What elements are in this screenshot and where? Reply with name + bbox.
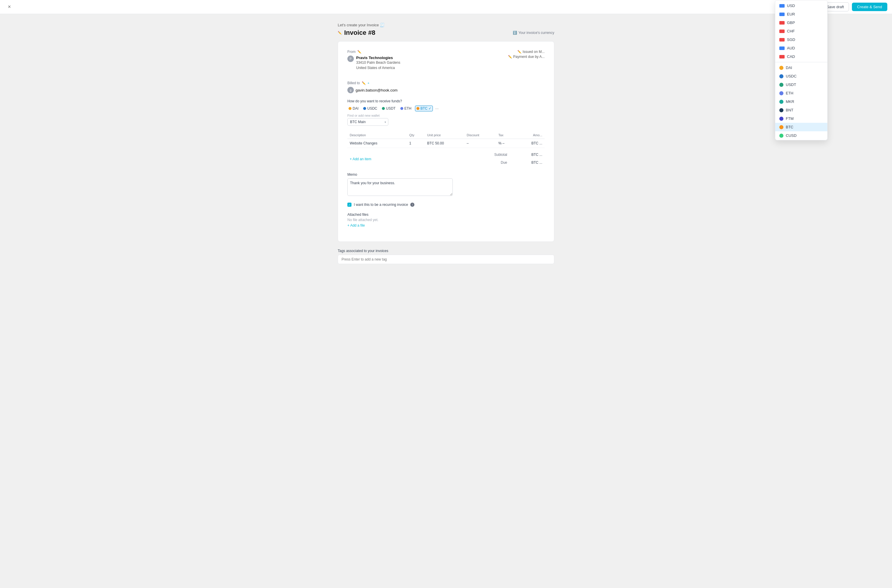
due-label: Due — [501, 160, 507, 165]
wallet-select-wrapper: BTC Main ▾ — [347, 118, 388, 126]
from-section: From ✏️ P Pravis Technologies 33410 Palm… — [347, 50, 400, 70]
table-row: Website Changes 1 BTC 50.00 – % – BTC ..… — [347, 139, 545, 148]
tab-USDC[interactable]: USDC — [362, 106, 378, 111]
company-address-2: United States of America — [356, 65, 400, 70]
recurring-info-icon[interactable]: i — [410, 202, 414, 207]
info-circle-icon: ℹ️ — [513, 31, 517, 35]
no-files-text: No file attached yet. — [347, 218, 545, 222]
issued-on-text: Issued on M... — [523, 50, 545, 54]
btc-dot — [417, 107, 420, 110]
pencil-due-icon[interactable]: ✏️ — [508, 55, 512, 59]
pencil-issued-icon[interactable]: ✏️ — [517, 50, 522, 54]
tab-ETH[interactable]: ETH — [399, 106, 413, 111]
currency-item-CAD[interactable]: CAD — [775, 52, 827, 61]
tags-section: Tags associated to your invoices — [338, 249, 554, 264]
company-avatar: P — [347, 56, 354, 62]
add-file-button[interactable]: + Add a file — [347, 224, 365, 228]
billed-edit-icon[interactable]: ✏️ — [362, 81, 366, 85]
recurring-row: ✓ I want this to be a recurring invoice … — [347, 202, 545, 207]
billed-email-row: g gavin.batson@hook.com — [347, 87, 545, 93]
recurring-checkbox[interactable]: ✓ — [347, 202, 352, 207]
subtotal-row: Subtotal BTC ... — [492, 152, 545, 158]
usdc-dot — [363, 107, 366, 110]
receive-funds-label: How do you want to receive funds? — [347, 99, 545, 103]
currency-item-FTM[interactable]: FTM — [775, 114, 827, 123]
wallet-select[interactable]: BTC Main — [347, 118, 388, 126]
payment-due-text: Payment due by A... — [513, 55, 545, 59]
due-row: Due BTC ... — [498, 159, 545, 166]
attached-files-section: Attached files No file attached yet. + A… — [347, 213, 545, 228]
item-unit-price: BTC 50.00 — [425, 139, 465, 148]
more-currencies-btn[interactable]: ··· — [435, 106, 439, 111]
currency-item-BNT[interactable]: BNT — [775, 106, 827, 114]
currency-item-REQ[interactable]: REQ — [775, 140, 827, 140]
company-address-1: 33410 Palm Beach Gardens — [356, 60, 400, 65]
from-edit-icon[interactable]: ✏️ — [357, 50, 361, 54]
billed-email-text: gavin.batson@hook.com — [356, 88, 397, 92]
invoice-card: From ✏️ P Pravis Technologies 33410 Palm… — [338, 41, 554, 242]
currency-item-AUD[interactable]: AUD — [775, 44, 827, 52]
add-item-button[interactable]: + Add an item — [347, 156, 374, 162]
item-amount: BTC ... — [516, 139, 545, 148]
item-tax: % – — [496, 139, 516, 148]
eth-dot — [400, 107, 403, 110]
currency-item-DAI[interactable]: DAI — [775, 63, 827, 72]
tags-label: Tags associated to your invoices — [338, 249, 554, 253]
receive-funds-section: How do you want to receive funds? DAI US… — [347, 99, 545, 126]
col-unit-price: Unit price — [425, 132, 465, 139]
currency-item-BTC[interactable]: BTC — [775, 123, 827, 131]
close-button[interactable]: × — [5, 2, 14, 12]
invoice-title: ✏️ Invoice #8 — [338, 29, 375, 36]
invoice-title-text: Invoice #8 — [344, 29, 375, 36]
dai-dot — [349, 107, 352, 110]
currency-item-CUSD[interactable]: CUSD — [775, 131, 827, 140]
memo-textarea[interactable]: Thank you for your business. — [347, 178, 453, 196]
tab-BTC[interactable]: BTC ✓ — [415, 105, 433, 111]
currency-item-EUR[interactable]: EUR — [775, 10, 827, 18]
memo-section: Memo Thank you for your business. — [347, 172, 545, 197]
attached-files-label: Attached files — [347, 213, 545, 217]
currency-item-GBP[interactable]: GBP — [775, 18, 827, 27]
col-tax: Tax — [496, 132, 516, 139]
dates-column: ✏️ Issued on M... ✏️ Payment due by A... — [508, 50, 545, 75]
from-label: From ✏️ — [347, 50, 400, 54]
currency-item-ETH[interactable]: ETH — [775, 89, 827, 98]
item-description: Website Changes — [347, 139, 407, 148]
wallet-label: Find or add new wallet — [347, 114, 545, 117]
recurring-label: I want this to be a recurring invoice — [354, 202, 408, 207]
item-qty: 1 — [407, 139, 425, 148]
billed-avatar: g — [347, 87, 354, 93]
memo-label: Memo — [347, 172, 545, 177]
currency-hint: ℹ️ Your invoice's currency — [513, 31, 554, 35]
usdt-dot — [382, 107, 385, 110]
currency-item-USDC[interactable]: USDC — [775, 72, 827, 80]
currency-item-USD[interactable]: USD — [775, 2, 827, 10]
currency-tabs: DAI USDC USDT ETH — [347, 105, 545, 111]
invoice-container: Let's create your Invoice 🧾 ✏️ Invoice #… — [338, 23, 554, 570]
subtotal-value: BTC ... — [519, 153, 542, 157]
invoice-title-row: ✏️ Invoice #8 ℹ️ Your invoice's currency — [338, 29, 554, 36]
main-content: Let's create your Invoice 🧾 ✏️ Invoice #… — [0, 14, 892, 588]
due-value: BTC ... — [519, 160, 542, 165]
billed-add-icon[interactable]: + — [367, 81, 369, 85]
company-name: Pravis Technologies — [356, 56, 400, 60]
tab-USDT[interactable]: USDT — [381, 106, 397, 111]
pencil-icon[interactable]: ✏️ — [338, 31, 342, 35]
header-actions: Save draft Create & Send — [821, 2, 887, 11]
col-amount: Amo... — [516, 132, 545, 139]
currency-dropdown: USDEURGBPCHFSGDAUDCADDAIUSDCUSDTETHMKRBN… — [775, 0, 827, 140]
create-send-button[interactable]: Create & Send — [852, 3, 887, 11]
billed-section: Billed to ✏️ + g gavin.batson@hook.com — [347, 81, 545, 93]
currency-item-USDT[interactable]: USDT — [775, 80, 827, 89]
invoice-top-row: From ✏️ P Pravis Technologies 33410 Palm… — [347, 50, 545, 75]
header: × Save draft Create & Send — [0, 0, 892, 14]
tab-DAI[interactable]: DAI — [347, 106, 360, 111]
currency-item-SGD[interactable]: SGD — [775, 35, 827, 44]
col-discount: Discount — [465, 132, 496, 139]
item-discount: – — [465, 139, 496, 148]
tags-input[interactable] — [338, 255, 554, 264]
currency-item-CHF[interactable]: CHF — [775, 27, 827, 35]
items-table: Description Qty Unit price Discount Tax … — [347, 132, 545, 148]
currency-item-MKR[interactable]: MKR — [775, 98, 827, 106]
subtotal-label: Subtotal — [494, 153, 507, 157]
